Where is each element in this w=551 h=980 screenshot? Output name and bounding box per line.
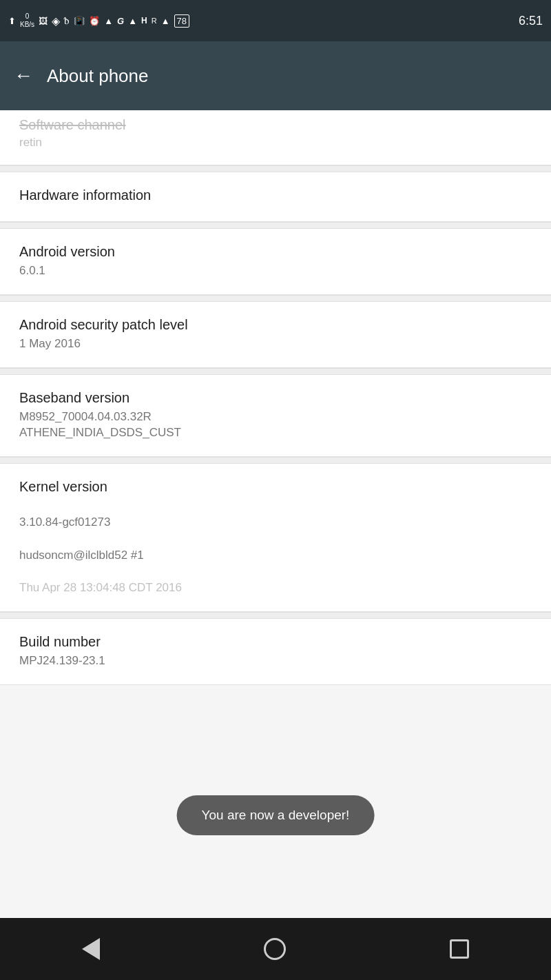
partial-item-title: Software channel <box>19 117 532 133</box>
section-divider-3 <box>0 295 551 302</box>
carrier-h-icon: H <box>141 16 147 25</box>
carrier-r-icon: R <box>152 17 157 25</box>
hardware-title: Hardware information <box>19 187 532 203</box>
baseband-value: M8952_70004.04.03.32R ATHENE_INDIA_DSDS_… <box>19 409 532 442</box>
android-version-value: 6.0.1 <box>19 263 532 279</box>
status-left-icons: ⬆ 0 KB/s 🖼 ◈ ᵬ 📳 ⏰ ▲ G ▲ H R ▲ 78 <box>8 12 189 29</box>
list-item-baseband[interactable]: Baseband version M8952_70004.04.03.32R A… <box>0 375 551 458</box>
baseband-title: Baseband version <box>19 390 532 406</box>
toast-message: You are now a developer! <box>202 808 350 822</box>
kernel-version-line3: Thu Apr 28 13:04:48 CDT 2016 <box>19 581 182 594</box>
toast-notification: You are now a developer! <box>177 795 375 835</box>
section-divider-6 <box>0 612 551 619</box>
nav-back-button[interactable] <box>82 938 100 960</box>
list-item-build-number[interactable]: Build number MPJ24.139-23.1 <box>0 619 551 685</box>
wifi-icon: ▲ <box>104 16 113 26</box>
vibrate-icon: 📳 <box>74 16 85 26</box>
nav-home-button[interactable] <box>264 938 286 960</box>
app-icon-2: ᵬ <box>64 14 70 27</box>
kernel-title: Kernel version <box>19 479 532 495</box>
kernel-version-line1: 3.10.84-gcf01273 <box>19 515 110 529</box>
recents-square-icon <box>450 939 469 959</box>
app-bar: ← About phone <box>0 41 551 110</box>
status-bar: ⬆ 0 KB/s 🖼 ◈ ᵬ 📳 ⏰ ▲ G ▲ H R ▲ 78 6:51 <box>0 0 551 41</box>
kernel-value: 3.10.84-gcf01273 hudsoncm@ilclbld52 #1 T… <box>19 498 532 596</box>
nav-recents-button[interactable] <box>450 939 469 959</box>
content-area: Software channel retin Hardware informat… <box>0 110 551 685</box>
security-patch-value: 1 May 2016 <box>19 336 532 352</box>
section-divider-2 <box>0 222 551 229</box>
signal-1-icon: ▲ <box>128 16 137 26</box>
build-number-value: MPJ24.139-23.1 <box>19 653 532 669</box>
android-version-title: Android version <box>19 244 532 260</box>
list-item-hardware[interactable]: Hardware information <box>0 172 551 222</box>
back-triangle-icon <box>82 938 100 960</box>
image-icon: 🖼 <box>39 16 48 26</box>
status-right: 6:51 <box>519 14 543 28</box>
notification-icon: ⬆ <box>8 16 16 26</box>
list-item-security-patch[interactable]: Android security patch level 1 May 2016 <box>0 302 551 368</box>
kb-indicator: 0 KB/s <box>20 12 34 29</box>
back-button[interactable]: ← <box>14 65 33 87</box>
security-patch-title: Android security patch level <box>19 317 532 333</box>
carrier-g-icon: G <box>117 16 124 26</box>
list-item-kernel[interactable]: Kernel version 3.10.84-gcf01273 hudsoncm… <box>0 464 551 612</box>
home-circle-icon <box>264 938 286 960</box>
list-item-android-version[interactable]: Android version 6.0.1 <box>0 229 551 295</box>
app-icon-1: ◈ <box>52 14 60 28</box>
time-display: 6:51 <box>519 14 543 28</box>
kernel-version-line2: hudsoncm@ilclbld52 #1 <box>19 549 144 562</box>
alarm-icon: ⏰ <box>89 16 100 26</box>
section-divider-1 <box>0 165 551 172</box>
section-divider-5 <box>0 457 551 464</box>
battery-icon: 78 <box>174 14 189 28</box>
partial-item: Software channel retin <box>0 110 551 165</box>
page-title: About phone <box>47 65 148 87</box>
build-number-title: Build number <box>19 634 532 650</box>
signal-2-icon: ▲ <box>161 16 170 26</box>
nav-bar <box>0 918 551 980</box>
partial-item-subtitle: retin <box>19 136 532 150</box>
section-divider-4 <box>0 368 551 375</box>
